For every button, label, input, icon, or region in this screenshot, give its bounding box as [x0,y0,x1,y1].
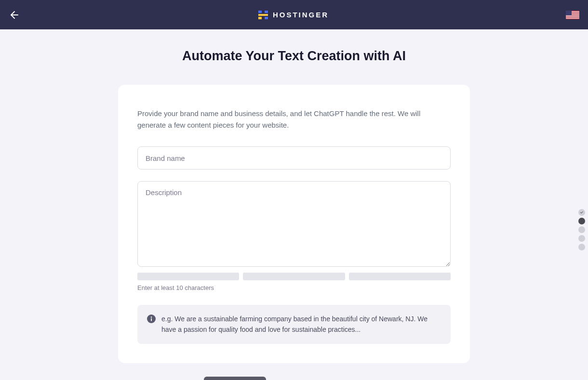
hostinger-logo-icon [257,9,269,21]
hint-box: e.g. We are a sustainable farming compan… [137,305,451,344]
check-icon [580,210,584,214]
strength-bar [349,273,451,280]
brand-name-input[interactable] [137,146,451,170]
arrow-left-icon [9,9,20,21]
step-pending[interactable] [578,226,585,233]
continue-button[interactable]: Continue [204,377,266,380]
brand-logo: HOSTINGER [257,9,329,21]
helper-text: Enter at least 10 characters [137,284,451,291]
language-selector[interactable] [566,11,579,19]
svg-rect-4 [258,17,262,19]
svg-rect-3 [258,14,268,16]
step-pending[interactable] [578,244,585,250]
action-row: Continue Skip, I will write content late… [204,377,385,380]
svg-rect-13 [566,11,572,15]
brand-name: HOSTINGER [273,11,329,19]
svg-rect-11 [566,16,579,17]
info-icon [147,314,156,323]
intro-text: Provide your brand name and business det… [137,108,451,131]
us-flag-icon [566,11,579,19]
svg-point-15 [151,316,152,317]
step-active[interactable] [578,218,585,224]
strength-bar [137,273,239,280]
step-done[interactable] [578,209,585,216]
form-card: Provide your brand name and business det… [118,85,470,363]
progress-stepper [578,209,585,250]
page-title: Automate Your Text Creation with AI [182,49,406,64]
hint-text: e.g. We are a sustainable farming compan… [161,314,441,335]
strength-bars [137,273,451,280]
back-button[interactable] [9,9,20,21]
svg-rect-1 [258,11,262,13]
svg-rect-12 [566,18,579,18]
step-pending[interactable] [578,235,585,242]
main-content: Automate Your Text Creation with AI Prov… [0,29,588,380]
description-input[interactable] [137,181,451,267]
strength-bar [243,273,345,280]
app-header: HOSTINGER [0,0,588,29]
svg-rect-2 [265,11,268,13]
svg-rect-10 [566,15,579,15]
svg-rect-5 [265,17,268,19]
svg-rect-16 [151,318,152,321]
